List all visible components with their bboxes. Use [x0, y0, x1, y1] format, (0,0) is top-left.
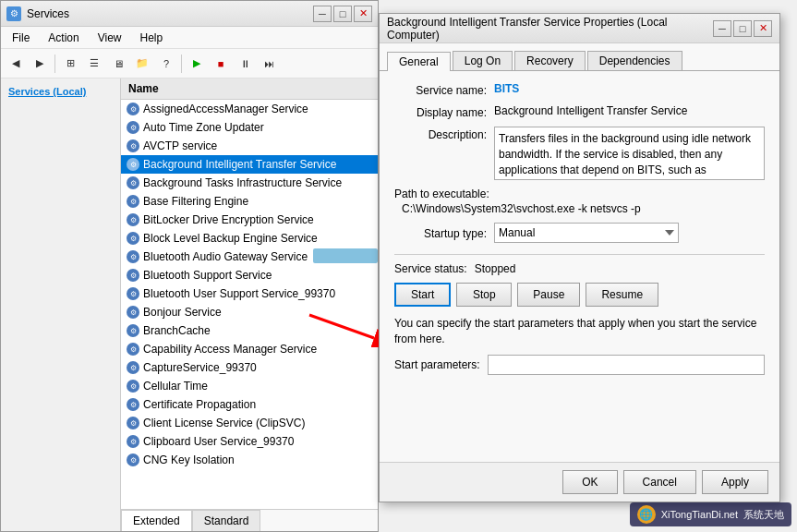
watermark-icon: 🌐	[637, 505, 656, 524]
list-item[interactable]: ⚙ Clipboard User Service_99370	[121, 432, 378, 451]
view-menu[interactable]: View	[91, 30, 129, 46]
dialog-close-button[interactable]: ✕	[754, 20, 772, 37]
cancel-button[interactable]: Cancel	[623, 470, 696, 494]
services-window-controls: ─ □ ✕	[313, 6, 372, 22]
list-item[interactable]: ⚙ CaptureService_99370	[121, 358, 378, 377]
toolbar: ◀ ▶ ⊞ ☰ 🖥 📁 ? ▶ ■ ⏸ ⏭	[1, 49, 378, 79]
service-icon: ⚙	[127, 435, 139, 448]
description-value: Transfers files in the background using …	[494, 127, 765, 180]
help-toolbar-button[interactable]: ?	[155, 53, 177, 75]
computer-button[interactable]: 🖥	[107, 53, 129, 75]
restart-button[interactable]: ⏭	[258, 53, 280, 75]
start-service-button[interactable]: Start	[394, 283, 451, 307]
dependencies-tab[interactable]: Dependencies	[587, 51, 682, 70]
action-menu[interactable]: Action	[41, 30, 86, 46]
service-icon: ⚙	[127, 417, 139, 429]
service-name: Certificate Propagation	[143, 398, 256, 411]
list-item[interactable]: ⚙ Cellular Time	[121, 377, 378, 395]
extended-tab[interactable]: Extended	[121, 510, 192, 532]
recovery-tab[interactable]: Recovery	[514, 51, 586, 70]
display-name-value: Background Intelligent Transfer Service	[494, 104, 765, 117]
service-name: Capability Access Manager Service	[143, 343, 317, 356]
description-label: Description:	[394, 127, 487, 141]
refresh-button[interactable]: ⊞	[59, 53, 81, 75]
standard-tab[interactable]: Standard	[192, 510, 261, 532]
play-button[interactable]: ▶	[186, 53, 208, 75]
back-button[interactable]: ◀	[5, 53, 27, 75]
dialog-title-bar: Background Intelligent Transfer Service …	[380, 14, 779, 43]
service-icon: ⚙	[127, 139, 139, 152]
general-tab[interactable]: General	[387, 52, 451, 71]
services-window-title: Services	[27, 7, 308, 20]
ok-button[interactable]: OK	[562, 470, 617, 494]
startup-type-select[interactable]: Automatic Automatic (Delayed Start) Manu…	[494, 223, 679, 243]
forward-button[interactable]: ▶	[29, 53, 51, 75]
services-window-icon: ⚙	[6, 6, 21, 21]
service-icon: ⚙	[127, 306, 139, 319]
left-panel: Services (Local)	[1, 79, 121, 531]
service-icon: ⚙	[127, 269, 139, 282]
service-name: Bluetooth User Support Service_99370	[143, 287, 335, 300]
list-item[interactable]: ⚙ BitLocker Drive Encryption Service	[121, 211, 378, 229]
list-item-selected[interactable]: ⚙ Background Intelligent Transfer Servic…	[121, 155, 378, 174]
file-menu[interactable]: File	[5, 30, 37, 46]
close-button[interactable]: ✕	[354, 6, 372, 22]
service-icon: ⚙	[127, 324, 139, 337]
logon-tab[interactable]: Log On	[453, 51, 513, 70]
list-item[interactable]: ⚙ Bluetooth Support Service	[121, 266, 378, 284]
tooltip-indicator	[313, 248, 378, 263]
dialog-window-controls: ─ □ ✕	[713, 20, 772, 37]
menu-bar: File Action View Help	[1, 27, 378, 49]
service-name: Background Tasks Infrastructure Service	[143, 176, 342, 189]
list-item[interactable]: ⚙ CNG Key Isolation	[121, 451, 378, 469]
list-item[interactable]: ⚙ Base Filtering Engine	[121, 192, 378, 211]
help-menu[interactable]: Help	[133, 30, 171, 46]
dialog-footer: OK Cancel Apply	[380, 462, 779, 502]
start-parameters-row: Start parameters:	[394, 355, 765, 375]
service-name: Block Level Backup Engine Service	[143, 232, 318, 245]
list-item[interactable]: ⚙ AssignedAccessManager Service	[121, 100, 378, 118]
start-params-input[interactable]	[488, 355, 765, 375]
dialog-tabs: General Log On Recovery Dependencies	[380, 43, 779, 71]
list-item[interactable]: ⚙ Capability Access Manager Service	[121, 340, 378, 358]
dialog-minimize-button[interactable]: ─	[713, 20, 731, 37]
resume-service-button[interactable]: Resume	[586, 283, 658, 307]
list-item[interactable]: ⚙ Bluetooth Audio Gateway Service	[121, 248, 378, 266]
services-local-label[interactable]: Services (Local)	[8, 86, 113, 97]
service-icon: ⚙	[127, 158, 139, 171]
service-name: CNG Key Isolation	[143, 453, 235, 466]
list-item[interactable]: ⚙ Block Level Backup Engine Service	[121, 229, 378, 248]
list-item[interactable]: ⚙ Auto Time Zone Updater	[121, 118, 378, 137]
stop-button[interactable]: ■	[210, 53, 232, 75]
list-item[interactable]: ⚙ Background Tasks Infrastructure Servic…	[121, 174, 378, 192]
list-item[interactable]: ⚙ Client License Service (ClipSVC)	[121, 414, 378, 432]
services-list-pane: Name ⚙ AssignedAccessManager Service ⚙ A…	[121, 79, 378, 531]
main-content: Services (Local) Name ⚙ AssignedAccessMa…	[1, 79, 378, 531]
service-icon: ⚙	[127, 176, 139, 189]
display-name-label: Display name:	[394, 104, 487, 119]
apply-button[interactable]: Apply	[702, 470, 768, 494]
service-icon: ⚙	[127, 343, 139, 356]
minimize-button[interactable]: ─	[313, 6, 332, 22]
dialog-maximize-button[interactable]: □	[733, 20, 752, 37]
toolbar-sep-1	[54, 54, 55, 73]
info-text: You can specify the start parameters tha…	[394, 316, 765, 347]
list-item[interactable]: ⚙ AVCTP service	[121, 137, 378, 155]
list-item[interactable]: ⚙ Certificate Propagation	[121, 395, 378, 414]
service-icon: ⚙	[127, 250, 139, 263]
description-row: Description: Transfers files in the back…	[394, 127, 765, 180]
maximize-button[interactable]: □	[333, 6, 352, 22]
folder-button[interactable]: 📁	[131, 53, 153, 75]
service-name: BitLocker Drive Encryption Service	[143, 213, 314, 226]
service-name: AssignedAccessManager Service	[143, 103, 308, 115]
pause-toolbar-button[interactable]: ⏸	[234, 53, 256, 75]
service-name: Bonjour Service	[143, 306, 222, 319]
services-list[interactable]: ⚙ AssignedAccessManager Service ⚙ Auto T…	[121, 100, 378, 509]
properties-button[interactable]: ☰	[83, 53, 105, 75]
list-item[interactable]: ⚙ BranchCache	[121, 321, 378, 340]
list-item[interactable]: ⚙ Bonjour Service	[121, 303, 378, 321]
service-icon: ⚙	[127, 213, 139, 226]
list-item[interactable]: ⚙ Bluetooth User Support Service_99370	[121, 284, 378, 303]
stop-service-button[interactable]: Stop	[456, 283, 512, 307]
pause-service-button[interactable]: Pause	[517, 283, 580, 307]
